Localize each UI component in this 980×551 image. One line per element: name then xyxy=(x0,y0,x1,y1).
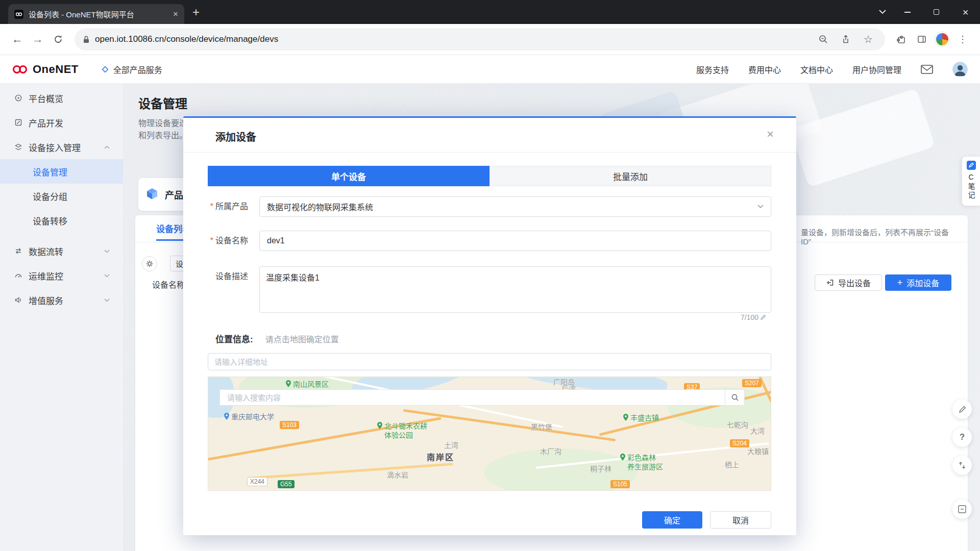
add-device-button[interactable]: + 添加设备 xyxy=(885,274,951,291)
onenet-logo-text: OneNET xyxy=(33,63,79,76)
modal-close-icon[interactable]: × xyxy=(767,128,774,140)
location-hint: 请点击地图确定位置 xyxy=(265,333,339,345)
cancel-button[interactable]: 取消 xyxy=(710,511,771,529)
pencil-icon xyxy=(958,405,967,414)
address-bar[interactable]: open.iot.10086.cn/console/device/manage/… xyxy=(75,28,885,51)
monitor-icon xyxy=(14,271,22,280)
map-place-label: 木厂沟 xyxy=(540,447,561,457)
browser-profile-avatar[interactable] xyxy=(935,32,949,46)
header-nav: 服务支持 费用中心 文档中心 用户协同管理 xyxy=(696,62,968,77)
address-input[interactable] xyxy=(208,353,771,370)
window-maximize-button[interactable] xyxy=(922,0,951,24)
share-icon[interactable] xyxy=(837,34,854,44)
all-products-menu[interactable]: 全部产品服务 xyxy=(101,63,162,76)
feedback-edit-button[interactable] xyxy=(952,399,972,419)
confirm-button[interactable]: 确定 xyxy=(642,511,702,529)
nav-service-support[interactable]: 服务支持 xyxy=(696,63,729,76)
device-name-field[interactable] xyxy=(259,231,771,251)
map-poi-label: 北斗锄禾农耕 体验公园 xyxy=(377,422,427,440)
add-device-modal: 添加设备 × 单个设备 批量添加 *所属产品 数据可视化的物联网采集系统 *设备… xyxy=(183,116,796,535)
map-poi-label: 丰盛古镇 xyxy=(623,414,659,423)
sidebar-item-product-dev[interactable]: 产品开发 xyxy=(0,110,123,135)
product-label: *所属产品 xyxy=(193,196,248,217)
browser-menu-icon[interactable]: ⋮ xyxy=(952,29,973,49)
mail-icon[interactable] xyxy=(921,65,933,74)
map-search-button[interactable] xyxy=(725,389,745,406)
road-badge: X244 xyxy=(247,477,267,486)
note-side-tab[interactable]: C笔记 xyxy=(962,156,980,206)
device-desc-textarea[interactable]: 温度采集设备1 xyxy=(259,266,771,313)
back-button[interactable]: ← xyxy=(7,29,28,49)
map-pin-icon xyxy=(623,414,629,421)
tab-single-device[interactable]: 单个设备 xyxy=(208,166,489,186)
window-close-button[interactable]: × xyxy=(951,0,980,24)
product-cube-icon xyxy=(144,187,160,202)
user-avatar[interactable] xyxy=(952,62,968,77)
search-icon xyxy=(731,393,739,402)
map-place-label: 滴水岩 xyxy=(387,471,408,480)
tab-batch-add[interactable]: 批量添加 xyxy=(489,166,771,186)
select-caret-icon xyxy=(757,205,764,209)
tab-close-icon[interactable]: × xyxy=(173,10,178,18)
tab-search-icon[interactable] xyxy=(872,0,893,24)
sidebar-item-device-transfer[interactable]: 设备转移 xyxy=(0,208,123,233)
sidebar-divider xyxy=(0,233,123,239)
onenet-favicon xyxy=(14,10,23,19)
map-search-input[interactable] xyxy=(220,393,725,402)
device-name-input[interactable] xyxy=(267,236,764,245)
map-place-label: 大湾 xyxy=(750,427,765,436)
map-poi-label: 彩色森林 养生旅游区 xyxy=(620,454,663,471)
settings-gear-button[interactable] xyxy=(142,256,157,271)
new-tab-button[interactable]: + xyxy=(192,6,200,18)
road-badge: S103 xyxy=(280,421,299,429)
modal-header: 添加设备 × xyxy=(183,118,796,153)
nav-billing-center[interactable]: 费用中心 xyxy=(748,63,781,76)
sidebar-item-value-service[interactable]: 增值服务 xyxy=(0,288,123,312)
browser-toolbar: ← → open.iot.10086.cn/console/device/man… xyxy=(0,24,980,55)
map-pin-icon xyxy=(224,413,230,420)
location-map[interactable]: 南山风景区 广阳岛 后湾 重庆邮电大学 北斗锄禾农耕 体验公园 黑竹堡 丰盛古镇… xyxy=(208,377,771,491)
onenet-logo[interactable]: OneNET xyxy=(12,63,79,76)
map-place-label: 土湾 xyxy=(444,441,458,450)
side-panel-icon[interactable] xyxy=(912,29,932,49)
map-poi-label: 南山风景区 xyxy=(285,380,329,389)
forward-button[interactable]: → xyxy=(28,29,48,49)
bookmark-star-icon[interactable]: ☆ xyxy=(860,33,877,45)
map-search-box[interactable] xyxy=(219,389,725,406)
map-place-label: 七乾沟 xyxy=(727,421,748,430)
sidebar-item-device-group[interactable]: 设备分组 xyxy=(0,184,123,208)
map-road xyxy=(249,463,453,480)
zoom-icon[interactable] xyxy=(815,34,832,44)
sidebar-item-overview[interactable]: 平台概览 xyxy=(0,86,123,110)
product-select[interactable]: 数据可视化的物联网采集系统 xyxy=(259,196,771,217)
sidebar-item-ops-monitor[interactable]: 运维监控 xyxy=(0,263,123,288)
map-place-label: 大粮镇 xyxy=(747,447,769,457)
map-pin-icon xyxy=(620,454,626,461)
sidebar-item-device-access[interactable]: 设备接入管理 xyxy=(0,135,123,159)
road-badge: S204 xyxy=(730,439,749,447)
chevron-down-icon xyxy=(104,249,110,253)
minus-box-icon xyxy=(958,505,967,514)
sidebar-item-dataflow[interactable]: 数据流转 xyxy=(0,239,123,263)
lock-icon xyxy=(83,35,90,44)
browser-tab-bar: 设备列表 - OneNET物联网平台 × + × xyxy=(0,0,980,24)
help-button[interactable]: ? xyxy=(952,428,972,447)
map-district-label: 南岸区 xyxy=(427,453,454,463)
map-place-label: 黑竹堡 xyxy=(531,423,552,432)
name-field-row: *设备名称 xyxy=(183,231,796,251)
collapse-button[interactable] xyxy=(952,499,972,519)
browser-tab-active[interactable]: 设备列表 - OneNET物联网平台 × xyxy=(8,4,184,24)
export-device-button[interactable]: 导出设备 xyxy=(815,274,882,291)
refresh-button[interactable] xyxy=(48,29,68,49)
nav-user-collab[interactable]: 用户协同管理 xyxy=(852,63,901,76)
sidebar-item-device-manage[interactable]: 设备管理 xyxy=(0,159,123,184)
window-minimize-button[interactable] xyxy=(893,0,922,24)
desc-field-row: 设备描述 温度采集设备1 7/100 xyxy=(183,266,796,313)
nav-doc-center[interactable]: 文档中心 xyxy=(800,63,833,76)
tab-title: 设备列表 - OneNET物联网平台 xyxy=(29,9,168,19)
scroll-arrows-button[interactable] xyxy=(952,456,972,475)
product-select-value: 数据可视化的物联网采集系统 xyxy=(267,201,373,213)
map-road xyxy=(403,409,616,441)
note-icon xyxy=(967,161,976,170)
extensions-icon[interactable] xyxy=(891,29,912,49)
